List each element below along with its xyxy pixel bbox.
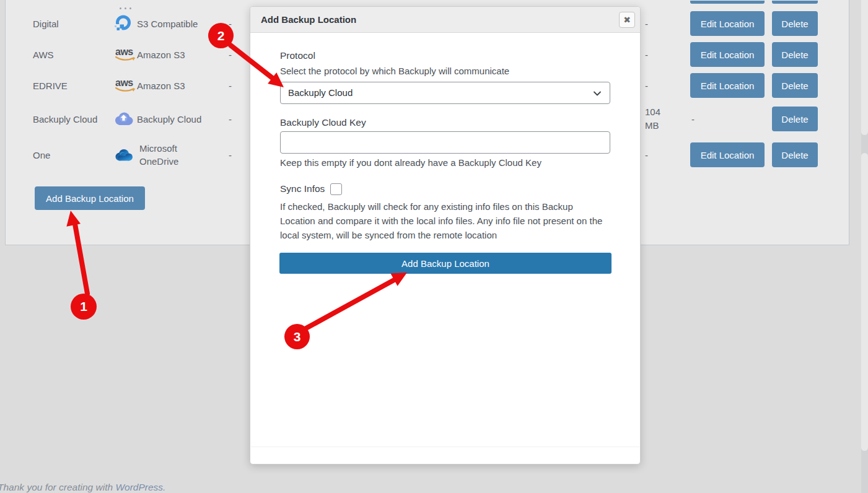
- delete-button[interactable]: Delete: [772, 42, 818, 67]
- backuply-cloud-icon: [114, 111, 134, 127]
- modal-add-backup-location-button[interactable]: Add Backup Location: [279, 253, 612, 274]
- table-cell-dash: -: [229, 48, 247, 61]
- delete-button[interactable]: Delete: [772, 107, 818, 131]
- sync-infos-label: Sync Infos: [280, 183, 325, 195]
- edit-location-button[interactable]: Edit Location: [690, 73, 765, 98]
- aws-wordmark: aws: [115, 48, 136, 56]
- sync-infos-checkbox[interactable]: [330, 183, 342, 195]
- table-cell-dash: -: [229, 149, 247, 162]
- add-backup-location-modal: Add Backup Location ✖ Protocol Select th…: [250, 6, 641, 465]
- page-scrollbar[interactable]: [861, 0, 868, 493]
- sync-infos-help-text: If checked, Backuply will check for any …: [280, 199, 603, 242]
- location-name: AWS: [33, 48, 102, 61]
- wordpress-footer: Thank you for creating with WordPress.: [0, 482, 165, 493]
- delete-button[interactable]: Delete: [772, 11, 818, 36]
- protocol-label: Protocol: [280, 50, 610, 62]
- location-name: EDRIVE: [33, 79, 102, 92]
- table-cell-dash: -: [229, 113, 247, 126]
- onedrive-icon: [114, 148, 134, 162]
- add-backup-location-button[interactable]: Add Backup Location: [35, 186, 145, 210]
- delete-button[interactable]: Delete: [772, 142, 818, 167]
- table-cell-dash: -: [229, 79, 247, 92]
- annotation-step-3: 3: [284, 324, 310, 349]
- cutoff-row-icon-fragment: [120, 1, 138, 3]
- cloud-key-label: Backuply Cloud Key: [280, 116, 610, 129]
- wordpress-link[interactable]: WordPress.: [115, 482, 165, 492]
- protocol-name: Amazon S3: [137, 79, 236, 92]
- cloud-key-input[interactable]: [280, 131, 610, 154]
- footer-text: Thank you for creating with: [0, 482, 115, 492]
- protocol-help-text: Select the protocol by which Backuply wi…: [280, 65, 610, 77]
- close-icon[interactable]: ✖: [619, 12, 635, 28]
- table-cell-size: 104 MB: [645, 105, 675, 133]
- table-cell-size: -: [645, 17, 680, 30]
- annotation-step-2: 2: [208, 23, 234, 48]
- table-cell-size: -: [645, 149, 680, 162]
- modal-header: Add Backup Location ✖: [250, 7, 640, 33]
- protocol-select[interactable]: Backuply Cloud: [280, 82, 610, 104]
- modal-title: Add Backup Location: [261, 7, 356, 33]
- table-cell-size: -: [645, 48, 680, 61]
- protocol-name: Microsoft OneDrive: [139, 142, 196, 168]
- cloud-key-help-text: Keep this empty if you dont already have…: [280, 157, 610, 168]
- chevron-down-icon: [592, 89, 602, 98]
- cutoff-delete-button-fragment[interactable]: [772, 1, 818, 4]
- aws-icon: aws: [115, 48, 136, 62]
- cutoff-edit-button-fragment[interactable]: [690, 1, 765, 4]
- aws-icon: aws: [115, 79, 136, 93]
- location-name: One: [33, 149, 102, 162]
- aws-wordmark: aws: [115, 79, 136, 87]
- edit-location-button[interactable]: Edit Location: [690, 142, 765, 167]
- delete-button[interactable]: Delete: [772, 73, 818, 98]
- location-name: Digital: [33, 17, 102, 30]
- protocol-name: Amazon S3: [137, 48, 236, 61]
- edit-location-button[interactable]: Edit Location: [690, 42, 765, 67]
- modal-body: Protocol Select the protocol by which Ba…: [250, 33, 640, 274]
- s3-compatible-icon: [114, 14, 133, 33]
- edit-location-button[interactable]: Edit Location: [690, 11, 765, 36]
- backuply-settings-page: Digital S3 Compatible - - Edit Location …: [0, 0, 868, 493]
- annotation-step-1: 1: [71, 294, 97, 320]
- modal-footer-divider: [251, 447, 639, 447]
- scrollbar-thumb[interactable]: [861, 153, 868, 451]
- table-cell-dash: -: [691, 113, 710, 126]
- scrollbar-thumb[interactable]: [861, 0, 868, 135]
- protocol-name: Backuply Cloud: [137, 113, 236, 126]
- protocol-selected-value: Backuply Cloud: [288, 87, 353, 98]
- location-name: Backuply Cloud: [33, 113, 102, 126]
- table-cell-size: -: [645, 79, 680, 92]
